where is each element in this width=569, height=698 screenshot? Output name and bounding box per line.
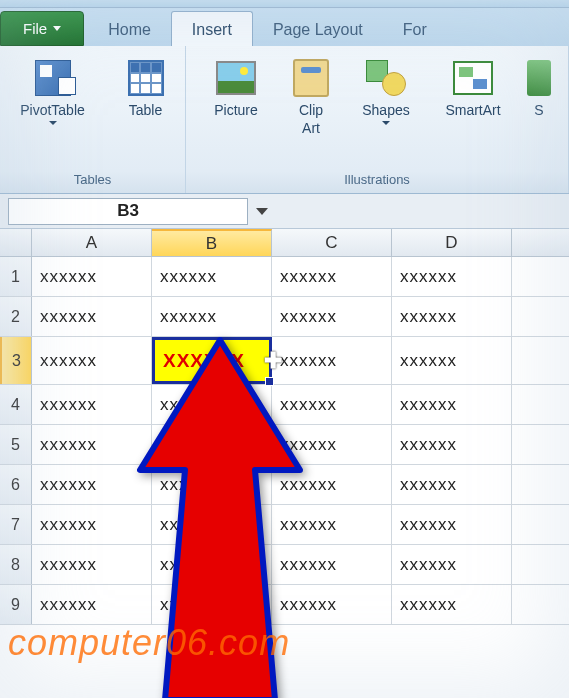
tab-home[interactable]: Home — [88, 12, 171, 46]
cell-A8[interactable]: xxxxxx — [32, 545, 152, 584]
cell-D8[interactable]: xxxxxx — [392, 545, 512, 584]
shapes-icon — [366, 60, 406, 96]
cell-A7[interactable]: xxxxxx — [32, 505, 152, 544]
plus-cursor-icon: ✚ — [264, 348, 283, 374]
table-row: 2 xxxxxx xxxxxx xxxxxx xxxxxx — [0, 297, 569, 337]
row-header-3[interactable]: 3 — [0, 337, 32, 384]
row-header-8[interactable]: 8 — [0, 545, 32, 584]
smartart-button[interactable]: SmartArt — [432, 52, 514, 122]
chevron-down-icon — [382, 121, 390, 125]
cell-D1[interactable]: xxxxxx — [392, 257, 512, 296]
name-box-bar: B3 — [0, 194, 569, 229]
row-header-2[interactable]: 2 — [0, 297, 32, 336]
pivottable-button[interactable]: PivotTable — [5, 52, 101, 129]
cell-C1[interactable]: xxxxxx — [272, 257, 392, 296]
cell-A6[interactable]: xxxxxx — [32, 465, 152, 504]
watermark-text: computer06.com — [8, 622, 290, 664]
cell-B1[interactable]: xxxxxx — [152, 257, 272, 296]
screenshot-button-partial[interactable]: S — [524, 52, 554, 122]
cell-B5[interactable]: xxxxxx — [152, 425, 272, 464]
cell-A2[interactable]: xxxxxx — [32, 297, 152, 336]
title-bar — [0, 0, 569, 8]
cell-A1[interactable]: xxxxxx — [32, 257, 152, 296]
cell-D6[interactable]: xxxxxx — [392, 465, 512, 504]
ribbon-tabstrip: File Home Insert Page Layout For — [0, 8, 569, 46]
table-row: 9 xxxxxx xxxxxx xxxxxx xxxxxx — [0, 585, 569, 625]
pivottable-icon — [35, 60, 71, 96]
shapes-label: Shapes — [362, 102, 409, 118]
cell-C5[interactable]: xxxxxx — [272, 425, 392, 464]
chevron-down-icon — [256, 208, 268, 215]
row-header-1[interactable]: 1 — [0, 257, 32, 296]
cell-B3-selected[interactable]: XXXXXX ✚ — [152, 337, 272, 384]
col-header-A[interactable]: A — [32, 229, 152, 256]
table-row: 4 xxxxxx xxxxxx xxxxxx xxxxxx — [0, 385, 569, 425]
picture-button[interactable]: Picture — [200, 52, 272, 122]
ribbon: PivotTable Table Tables Picture ClipArt … — [0, 46, 569, 194]
table-icon — [128, 60, 164, 96]
cell-A3[interactable]: xxxxxx — [32, 337, 152, 384]
cell-C3[interactable]: xxxxxx — [272, 337, 392, 384]
cell-B4[interactable]: xxxxxx — [152, 385, 272, 424]
cell-C9[interactable]: xxxxxx — [272, 585, 392, 624]
tab-insert[interactable]: Insert — [171, 11, 253, 46]
cell-B7[interactable]: xxxxxx — [152, 505, 272, 544]
cell-C8[interactable]: xxxxxx — [272, 545, 392, 584]
table-row: 5 xxxxxx xxxxxx xxxxxx xxxxxx — [0, 425, 569, 465]
table-label: Table — [129, 102, 162, 118]
file-tab[interactable]: File — [0, 11, 84, 46]
shapes-button[interactable]: Shapes — [350, 52, 422, 129]
cell-B9[interactable]: xxxxxx — [152, 585, 272, 624]
cell-B8[interactable]: xxxxxx — [152, 545, 272, 584]
tab-page-layout[interactable]: Page Layout — [253, 12, 383, 46]
picture-icon — [216, 61, 256, 95]
row-header-4[interactable]: 4 — [0, 385, 32, 424]
cell-D9[interactable]: xxxxxx — [392, 585, 512, 624]
clipart-button[interactable]: ClipArt — [282, 52, 340, 140]
cell-D3[interactable]: xxxxxx — [392, 337, 512, 384]
cell-A4[interactable]: xxxxxx — [32, 385, 152, 424]
cell-D4[interactable]: xxxxxx — [392, 385, 512, 424]
file-tab-label: File — [23, 20, 47, 37]
select-all-corner[interactable] — [0, 229, 32, 256]
ribbon-group-illustrations: Picture ClipArt Shapes SmartArt S Illust… — [186, 46, 569, 193]
chevron-down-icon — [53, 26, 61, 31]
cell-D2[interactable]: xxxxxx — [392, 297, 512, 336]
cell-B2[interactable]: xxxxxx — [152, 297, 272, 336]
table-row: 6 xxxxxx xxxxxx xxxxxx xxxxxx — [0, 465, 569, 505]
cell-A9[interactable]: xxxxxx — [32, 585, 152, 624]
row-header-9[interactable]: 9 — [0, 585, 32, 624]
col-header-D[interactable]: D — [392, 229, 512, 256]
cell-C4[interactable]: xxxxxx — [272, 385, 392, 424]
cell-D7[interactable]: xxxxxx — [392, 505, 512, 544]
worksheet: A B C D 1 xxxxxx xxxxxx xxxxxx xxxxxx 2 … — [0, 229, 569, 625]
cell-C7[interactable]: xxxxxx — [272, 505, 392, 544]
name-box-value: B3 — [117, 201, 139, 221]
smartart-icon — [453, 61, 493, 95]
cell-A5[interactable]: xxxxxx — [32, 425, 152, 464]
cell-D5[interactable]: xxxxxx — [392, 425, 512, 464]
cell-B6[interactable]: xxxxxx — [152, 465, 272, 504]
tab-formulas-partial[interactable]: For — [383, 12, 447, 46]
col-header-B[interactable]: B — [152, 229, 272, 256]
cell-C6[interactable]: xxxxxx — [272, 465, 392, 504]
row-header-7[interactable]: 7 — [0, 505, 32, 544]
table-row: 7 xxxxxx xxxxxx xxxxxx xxxxxx — [0, 505, 569, 545]
table-row: 1 xxxxxx xxxxxx xxxxxx xxxxxx — [0, 257, 569, 297]
table-button[interactable]: Table — [111, 52, 181, 122]
table-row: 8 xxxxxx xxxxxx xxxxxx xxxxxx — [0, 545, 569, 585]
cell-C2[interactable]: xxxxxx — [272, 297, 392, 336]
group-label-illustrations: Illustrations — [190, 170, 564, 191]
group-label-tables: Tables — [4, 170, 181, 191]
name-box[interactable]: B3 — [8, 198, 248, 225]
clipart-label-2: Art — [302, 120, 320, 136]
fill-handle[interactable] — [265, 377, 274, 386]
row-header-6[interactable]: 6 — [0, 465, 32, 504]
pivottable-label: PivotTable — [20, 102, 85, 118]
name-box-dropdown[interactable] — [251, 200, 273, 222]
smartart-label: SmartArt — [445, 102, 500, 118]
col-header-C[interactable]: C — [272, 229, 392, 256]
ribbon-group-tables: PivotTable Table Tables — [0, 46, 186, 193]
picture-label: Picture — [214, 102, 258, 118]
row-header-5[interactable]: 5 — [0, 425, 32, 464]
